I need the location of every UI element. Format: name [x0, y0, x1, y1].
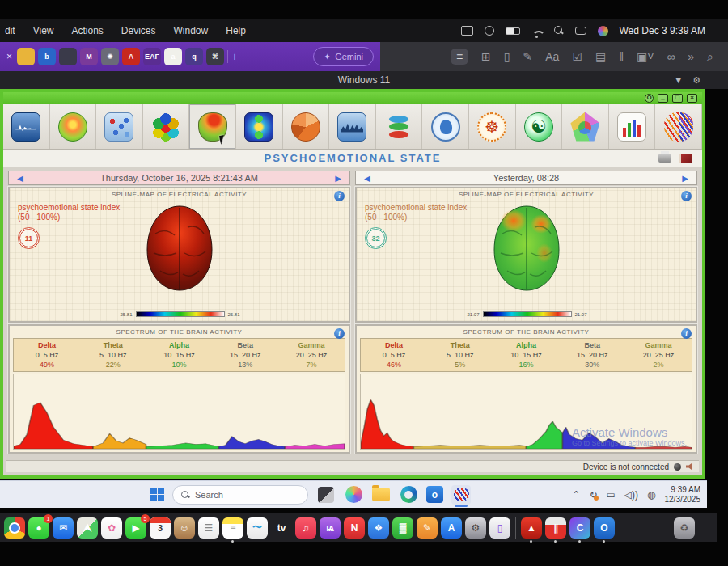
taskbar-search[interactable]: Search — [172, 485, 308, 505]
screen-mirroring-icon[interactable] — [461, 26, 473, 36]
vm-dropdown-icon[interactable]: ▼ — [674, 75, 683, 86]
compose-icon[interactable]: ✎ — [523, 50, 533, 63]
copilot-button[interactable] — [345, 486, 362, 503]
toolbar-button[interactable] — [3, 104, 50, 149]
toolbar-button[interactable] — [376, 104, 423, 149]
file-explorer-button[interactable] — [372, 488, 390, 501]
window-close-button[interactable]: × — [687, 94, 697, 103]
dock-item[interactable]: tv — [271, 517, 292, 539]
dock-item[interactable]: ▲ — [521, 517, 542, 539]
clock-status-icon[interactable] — [485, 26, 494, 36]
dock-item[interactable]: ✿ — [101, 517, 122, 539]
trash-icon[interactable]: ▯ — [504, 50, 510, 63]
dock-item[interactable]: ✉ — [53, 517, 74, 539]
dock-item[interactable]: N — [344, 517, 365, 539]
menubar-item[interactable]: Devices — [121, 25, 156, 36]
dock-item[interactable]: ⚙ — [465, 517, 486, 539]
dock-item[interactable]: A — [441, 517, 462, 539]
menubar-item[interactable]: Window — [174, 25, 209, 36]
dock-item[interactable]: ☺ — [174, 517, 195, 539]
toolbar-button[interactable] — [143, 104, 190, 149]
pinned-tab[interactable]: a — [164, 48, 182, 65]
pinned-tab[interactable]: A — [122, 48, 140, 65]
menubar-item[interactable]: Actions — [71, 25, 103, 36]
next-record-arrow[interactable]: ▶ — [674, 174, 696, 183]
dock-item[interactable]: ▓ — [392, 517, 413, 539]
control-center-icon[interactable] — [575, 27, 586, 35]
text-format-icon[interactable]: Aa — [545, 50, 559, 63]
toolbar-button[interactable] — [236, 104, 283, 149]
window-minimize-button[interactable]: _ — [658, 94, 668, 103]
toolbar-button[interactable]: ☸ — [469, 104, 516, 149]
pinned-tab[interactable]: ✺ — [101, 48, 119, 65]
dock-item[interactable]: 3 — [150, 517, 171, 539]
pinned-tab[interactable] — [59, 48, 77, 65]
dock-item[interactable]: ✎ — [417, 517, 438, 539]
dock-item[interactable]: ≡ — [222, 517, 243, 539]
taskbar-clock[interactable]: 9:39 AM 12/3/2025 — [665, 485, 701, 505]
edge-browser-button[interactable] — [400, 486, 417, 503]
pinned-tab[interactable]: M — [80, 48, 98, 65]
outlook-button[interactable]: o — [426, 486, 443, 503]
toolbar-button[interactable] — [283, 104, 330, 149]
audio-icon[interactable]: ‖ — [619, 50, 624, 63]
vm-settings-gear-icon[interactable]: ⚙ — [692, 75, 700, 86]
sync-status-icon[interactable]: ↻ — [589, 489, 597, 501]
info-icon[interactable]: i — [681, 328, 692, 339]
sound-toggle-icon[interactable] — [686, 463, 694, 470]
next-record-arrow[interactable]: ▶ — [327, 174, 349, 183]
menubar-clock[interactable]: Wed Dec 3 9:39 AM — [620, 25, 706, 36]
camera-tray-icon[interactable]: ◍ — [647, 489, 655, 501]
info-icon[interactable]: i — [681, 191, 692, 201]
dock-item[interactable]: O — [594, 517, 615, 539]
start-button[interactable] — [150, 488, 164, 501]
dock-item[interactable] — [625, 517, 646, 539]
gallery-view-icon[interactable]: ⊞ — [481, 50, 491, 63]
dock-item[interactable]: ● 1 — [28, 517, 49, 539]
new-tab-button[interactable]: + — [231, 50, 238, 63]
pinned-tab[interactable]: EAF — [143, 48, 161, 65]
toolbar-button[interactable] — [50, 104, 97, 149]
task-view-button[interactable] — [318, 487, 334, 503]
prev-record-arrow[interactable]: ◀ — [356, 174, 379, 183]
dock-item[interactable]: ♫ — [295, 517, 316, 539]
tab-close-icon[interactable]: × — [6, 51, 12, 62]
toolbar-button[interactable] — [96, 104, 143, 149]
dock-item[interactable]: ▶ 5 — [125, 517, 146, 539]
spotlight-search-icon[interactable] — [554, 26, 564, 36]
gemini-button[interactable]: ✦ Gemini — [313, 47, 374, 66]
dock-item[interactable]: ☰ — [198, 517, 219, 539]
dock-item[interactable]: ▯ — [489, 517, 510, 539]
link-icon[interactable]: ∞ — [667, 50, 675, 63]
toolbar-button[interactable] — [329, 104, 376, 149]
dock-item[interactable]: 〜 — [247, 517, 268, 539]
dock-item[interactable] — [4, 517, 25, 539]
display-tray-icon[interactable]: ▭ — [606, 489, 615, 501]
menubar-item[interactable]: Help — [226, 25, 246, 36]
pinned-tab[interactable]: b — [38, 48, 56, 65]
toolbar-button[interactable] — [562, 104, 609, 149]
info-icon[interactable]: i — [334, 191, 345, 201]
menubar-item[interactable]: dit — [5, 25, 15, 36]
info-icon[interactable]: i — [334, 328, 345, 339]
checklist-icon[interactable]: ☑ — [572, 50, 582, 63]
window-maximize-button[interactable]: □ — [672, 94, 683, 103]
window-help-button[interactable]: O — [645, 94, 654, 103]
table-icon[interactable]: ▤ — [595, 50, 606, 63]
pinned-tab[interactable]: q — [185, 48, 203, 65]
brain-app-taskbar-button[interactable] — [451, 485, 471, 505]
pinned-tab[interactable]: ⌘ — [206, 48, 224, 65]
more-tools-icon[interactable]: » — [688, 50, 694, 63]
battery-icon[interactable] — [506, 27, 520, 35]
dock-item[interactable]: C — [569, 517, 590, 539]
dock-item[interactable]: ♻ — [674, 517, 695, 539]
list-view-icon[interactable]: ≡ — [451, 49, 468, 65]
manual-book-icon[interactable] — [679, 154, 692, 163]
toolbar-button[interactable] — [422, 104, 469, 149]
dock-item[interactable]: ⮝ — [77, 517, 98, 539]
pinned-tab[interactable] — [17, 48, 35, 65]
toolbar-button[interactable] — [609, 104, 656, 149]
dock-item[interactable]: ∥ — [545, 517, 566, 539]
volume-tray-icon[interactable]: ◁)) — [624, 489, 638, 501]
user-avatar-icon[interactable] — [598, 26, 608, 36]
